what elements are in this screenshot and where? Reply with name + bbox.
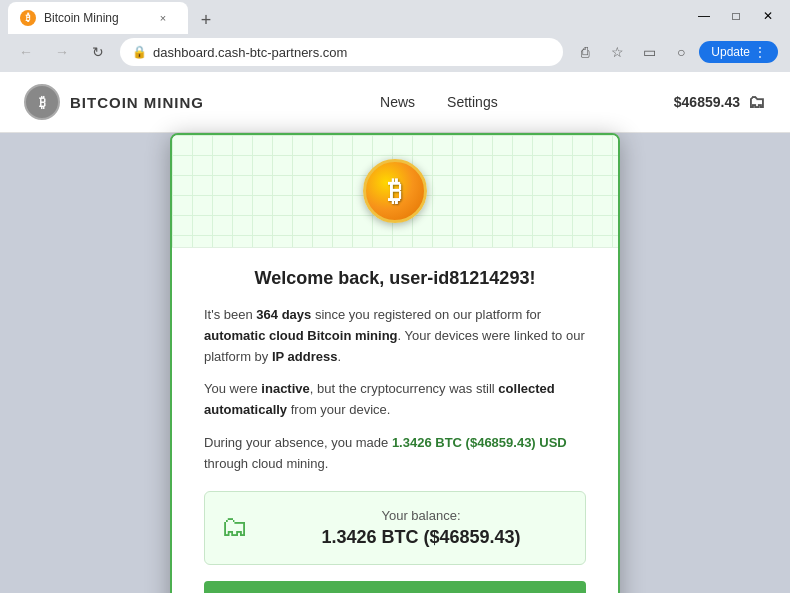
tab-favicon: ₿ (20, 10, 36, 26)
balance-label: Your balance: (273, 508, 569, 523)
bitcoin-coin-icon: ₿ (363, 159, 427, 223)
logo-coin: ₿ (24, 84, 60, 120)
welcome-title: Welcome back, user-id81214293! (204, 268, 586, 289)
tab-bar: ₿ Bitcoin Mining × + (8, 0, 690, 34)
balance-info: Your balance: 1.3426 BTC ($46859.43) (273, 508, 569, 548)
window-controls: — □ ✕ (690, 6, 782, 26)
share-button[interactable]: ⎙ (571, 38, 599, 66)
welcome-modal: ₿ Welcome back, user-id81214293! It's be… (170, 133, 620, 593)
url-bar[interactable]: 🔒 dashboard.cash-btc-partners.com (120, 38, 563, 66)
browser-chrome: ₿ Bitcoin Mining × + — □ ✕ ← → ↻ 🔒 dashb… (0, 0, 790, 72)
balance-wallet-icon: 🗂 (221, 510, 257, 546)
balance-amount: $46859.43 (674, 94, 740, 110)
balance-box: 🗂 Your balance: 1.3426 BTC ($46859.43) (204, 491, 586, 565)
close-button[interactable]: ✕ (754, 6, 782, 26)
website: ₿ BITCOIN MINING News Settings $46859.43… (0, 72, 790, 593)
site-nav: News Settings (380, 94, 498, 110)
continue-button[interactable]: Continue (204, 581, 586, 593)
title-bar: ₿ Bitcoin Mining × + — □ ✕ (0, 0, 790, 32)
url-text: dashboard.cash-btc-partners.com (153, 45, 551, 60)
lock-icon: 🔒 (132, 45, 147, 59)
browser-tab[interactable]: ₿ Bitcoin Mining × (8, 2, 188, 34)
site-logo: ₿ BITCOIN MINING (24, 84, 204, 120)
balance-amount-display: 1.3426 BTC ($46859.43) (273, 527, 569, 548)
address-bar: ← → ↻ 🔒 dashboard.cash-btc-partners.com … (0, 32, 790, 72)
maximize-button[interactable]: □ (722, 6, 750, 26)
modal-paragraph-1: It's been 364 days since you registered … (204, 305, 586, 367)
nav-settings[interactable]: Settings (447, 94, 498, 110)
tab-close-button[interactable]: × (154, 9, 172, 27)
profile-button[interactable]: ○ (667, 38, 695, 66)
back-button[interactable]: ← (12, 38, 40, 66)
site-main: ₿ Welcome back, user-id81214293! It's be… (0, 133, 790, 593)
refresh-button[interactable]: ↻ (84, 38, 112, 66)
modal-paragraph-3: During your absence, you made 1.3426 BTC… (204, 433, 586, 475)
new-tab-button[interactable]: + (192, 6, 220, 34)
minimize-button[interactable]: — (690, 6, 718, 26)
nav-news[interactable]: News (380, 94, 415, 110)
modal-body: Welcome back, user-id81214293! It's been… (172, 248, 618, 593)
update-button[interactable]: Update ⋮ (699, 41, 778, 63)
modal-header: ₿ (172, 135, 618, 248)
site-balance: $46859.43 🗂 (674, 92, 766, 113)
site-header: ₿ BITCOIN MINING News Settings $46859.43… (0, 72, 790, 133)
modal-paragraph-2: You were inactive, but the cryptocurrenc… (204, 379, 586, 421)
forward-button[interactable]: → (48, 38, 76, 66)
sidebar-button[interactable]: ▭ (635, 38, 663, 66)
site-name: BITCOIN MINING (70, 94, 204, 111)
wallet-header-icon: 🗂 (748, 92, 766, 113)
tab-title: Bitcoin Mining (44, 11, 119, 25)
bookmark-button[interactable]: ☆ (603, 38, 631, 66)
toolbar-actions: ⎙ ☆ ▭ ○ Update ⋮ (571, 38, 778, 66)
